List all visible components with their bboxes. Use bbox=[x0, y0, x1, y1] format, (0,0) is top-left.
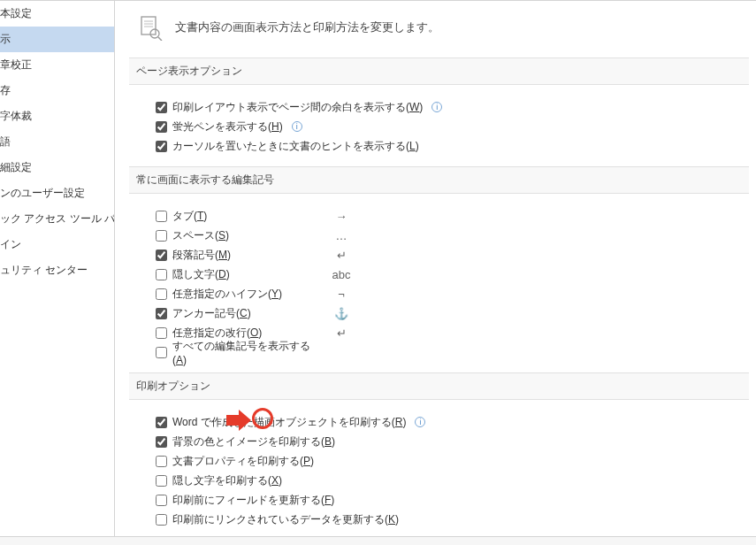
sidebar: 本設定示章校正存字体裁語細設定ンのユーザー設定ック アクセス ツール バーインュ… bbox=[0, 1, 115, 545]
option-label: カーソルを置いたときに文書のヒントを表示する(L) bbox=[172, 139, 419, 154]
option-checkbox[interactable] bbox=[156, 327, 167, 339]
option-checkbox[interactable] bbox=[156, 475, 167, 487]
sidebar-item-9[interactable]: イン bbox=[0, 232, 114, 257]
option-checkbox[interactable] bbox=[156, 249, 167, 261]
annotation-arrow-icon bbox=[226, 410, 251, 431]
option-checkbox[interactable] bbox=[156, 308, 167, 319]
section-print: 印刷オプション bbox=[129, 372, 749, 400]
option-label: 任意指定のハイフン(Y) bbox=[172, 287, 323, 302]
sidebar-item-4[interactable]: 字体裁 bbox=[0, 104, 114, 129]
option-label: 蛍光ペンを表示する(H) bbox=[172, 119, 283, 134]
option-label: 印刷レイアウト表示でページ間の余白を表示する(W) bbox=[172, 100, 423, 115]
option-label: スペース(S) bbox=[172, 228, 323, 243]
option-row: 隠し文字を印刷する(X) bbox=[156, 471, 756, 490]
option-row: 文書プロパティを印刷する(P) bbox=[156, 451, 756, 471]
format-mark-icon: … bbox=[328, 229, 355, 242]
sidebar-item-0[interactable]: 本設定 bbox=[0, 1, 114, 27]
option-row: 任意指定のハイフン(Y)¬ bbox=[156, 284, 756, 303]
option-checkbox[interactable] bbox=[156, 436, 167, 448]
option-row: スペース(S)… bbox=[156, 226, 756, 245]
options-dialog: 本設定示章校正存字体裁語細設定ンのユーザー設定ック アクセス ツール バーインュ… bbox=[0, 0, 756, 545]
option-checkbox[interactable] bbox=[156, 514, 167, 526]
sidebar-item-6[interactable]: 細設定 bbox=[0, 155, 114, 180]
info-icon[interactable]: i bbox=[292, 121, 302, 132]
option-checkbox[interactable] bbox=[156, 288, 167, 300]
svg-point-4 bbox=[150, 29, 159, 38]
option-label: タブ(T) bbox=[172, 209, 323, 224]
option-label: 文書プロパティを印刷する(P) bbox=[172, 454, 314, 469]
page-display-options: 印刷レイアウト表示でページ間の余白を表示する(W)i蛍光ペンを表示する(H)iカ… bbox=[136, 92, 756, 166]
format-mark-icon: abc bbox=[328, 268, 355, 281]
option-row: 印刷レイアウト表示でページ間の余白を表示する(W)i bbox=[156, 97, 756, 117]
option-label: 段落記号(M) bbox=[172, 248, 323, 263]
option-checkbox[interactable] bbox=[156, 102, 167, 113]
option-checkbox[interactable] bbox=[156, 495, 167, 506]
option-checkbox[interactable] bbox=[156, 211, 167, 222]
option-row: すべての編集記号を表示する(A) bbox=[156, 342, 756, 362]
option-label: 背景の色とイメージを印刷する(B) bbox=[172, 434, 335, 449]
option-checkbox[interactable] bbox=[156, 347, 167, 358]
option-checkbox[interactable] bbox=[156, 269, 167, 280]
format-mark-icon: → bbox=[328, 210, 355, 223]
option-checkbox[interactable] bbox=[156, 230, 167, 242]
option-row: 印刷前にリンクされているデータを更新する(K) bbox=[156, 510, 756, 529]
dialog-footer bbox=[0, 536, 756, 545]
option-row: 段落記号(M)↵ bbox=[156, 245, 756, 265]
info-icon[interactable]: i bbox=[415, 417, 425, 427]
option-row: カーソルを置いたときに文書のヒントを表示する(L) bbox=[156, 136, 756, 156]
option-label: 隠し文字(D) bbox=[172, 267, 323, 282]
option-row: 印刷前にフィールドを更新する(F) bbox=[156, 490, 756, 510]
format-mark-icon: ¬ bbox=[328, 288, 355, 301]
option-label: 印刷前にリンクされているデータを更新する(K) bbox=[172, 512, 399, 527]
header: 文書内容の画面表示方法と印刷方法を変更します。 bbox=[136, 13, 756, 42]
svg-line-5 bbox=[158, 37, 162, 41]
option-label: すべての編集記号を表示する(A) bbox=[172, 339, 323, 366]
option-checkbox[interactable] bbox=[156, 417, 167, 428]
sidebar-item-10[interactable]: ュリティ センター bbox=[0, 257, 114, 283]
option-row: 背景の色とイメージを印刷する(B) bbox=[156, 432, 756, 451]
option-checkbox[interactable] bbox=[156, 141, 167, 152]
option-checkbox[interactable] bbox=[156, 121, 167, 133]
option-label: 印刷前にフィールドを更新する(F) bbox=[172, 493, 334, 508]
option-row: 蛍光ペンを表示する(H)i bbox=[156, 117, 756, 136]
sidebar-item-2[interactable]: 章校正 bbox=[0, 52, 114, 78]
option-label: Word で作成した描画オブジェクトを印刷する(R) bbox=[172, 415, 406, 430]
option-label: 隠し文字を印刷する(X) bbox=[172, 473, 282, 488]
option-label: アンカー記号(C) bbox=[172, 306, 323, 321]
option-row: タブ(T)→ bbox=[156, 206, 756, 226]
svg-marker-6 bbox=[226, 410, 251, 431]
header-title: 文書内容の画面表示方法と印刷方法を変更します。 bbox=[175, 19, 439, 35]
sidebar-item-5[interactable]: 語 bbox=[0, 129, 114, 155]
option-checkbox[interactable] bbox=[156, 456, 167, 467]
format-mark-icon: ↵ bbox=[328, 249, 355, 262]
sidebar-item-3[interactable]: 存 bbox=[0, 78, 114, 104]
marks-options: タブ(T)→スペース(S)…段落記号(M)↵隠し文字(D)abc任意指定のハイフ… bbox=[136, 201, 756, 372]
document-display-icon bbox=[136, 13, 164, 42]
svg-rect-0 bbox=[141, 17, 156, 35]
section-marks: 常に画面に表示する編集記号 bbox=[129, 166, 749, 194]
sidebar-item-8[interactable]: ック アクセス ツール バー bbox=[0, 206, 114, 232]
sidebar-item-7[interactable]: ンのユーザー設定 bbox=[0, 180, 114, 206]
info-icon[interactable]: i bbox=[431, 102, 442, 112]
option-row: 隠し文字(D)abc bbox=[156, 265, 756, 284]
format-mark-icon: ⚓ bbox=[328, 307, 355, 320]
section-page-display: ページ表示オプション bbox=[129, 58, 749, 85]
format-mark-icon: ↵ bbox=[328, 326, 355, 340]
option-row: アンカー記号(C)⚓ bbox=[156, 303, 756, 323]
sidebar-item-1[interactable]: 示 bbox=[0, 27, 114, 52]
main-panel: 文書内容の画面表示方法と印刷方法を変更します。 ページ表示オプション 印刷レイア… bbox=[115, 1, 756, 545]
